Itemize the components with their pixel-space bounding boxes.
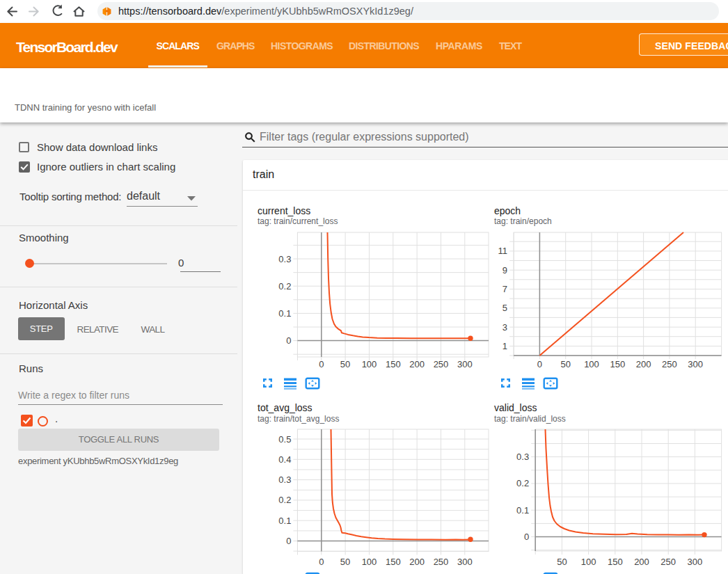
svg-text:300: 300: [688, 359, 703, 369]
svg-text:9: 9: [503, 265, 507, 276]
svg-text:0: 0: [537, 359, 542, 369]
svg-text:11: 11: [498, 246, 508, 256]
svg-text:3: 3: [503, 322, 507, 333]
svg-text:0: 0: [286, 536, 291, 546]
svg-text:0: 0: [319, 557, 324, 567]
svg-text:0.1: 0.1: [516, 505, 529, 516]
svg-text:100: 100: [581, 557, 596, 567]
svg-text:100: 100: [584, 359, 599, 369]
svg-text:250: 250: [662, 359, 677, 369]
svg-text:50: 50: [340, 557, 350, 567]
svg-text:50: 50: [560, 359, 570, 369]
svg-text:100: 100: [362, 557, 377, 567]
svg-text:250: 250: [434, 557, 449, 567]
svg-text:200: 200: [636, 359, 651, 369]
svg-text:0: 0: [286, 335, 291, 346]
svg-text:50: 50: [340, 359, 350, 369]
svg-text:0.3: 0.3: [278, 254, 291, 264]
svg-text:150: 150: [386, 557, 401, 567]
svg-text:100: 100: [362, 359, 377, 369]
svg-text:0: 0: [319, 359, 324, 369]
svg-text:5: 5: [503, 303, 507, 313]
svg-text:0.1: 0.1: [278, 308, 291, 319]
svg-text:300: 300: [688, 557, 703, 567]
svg-text:150: 150: [608, 557, 623, 567]
svg-text:0.2: 0.2: [516, 478, 529, 488]
svg-text:250: 250: [434, 359, 449, 369]
svg-text:250: 250: [660, 557, 676, 567]
svg-text:300: 300: [457, 557, 473, 567]
svg-text:0: 0: [524, 532, 529, 542]
svg-text:0.5: 0.5: [278, 434, 291, 445]
svg-text:150: 150: [610, 359, 625, 369]
svg-text:200: 200: [634, 557, 649, 567]
svg-text:300: 300: [457, 359, 473, 369]
svg-text:0.1: 0.1: [278, 516, 291, 526]
svg-text:7: 7: [503, 284, 507, 294]
svg-text:1: 1: [503, 341, 507, 351]
svg-text:0.3: 0.3: [278, 475, 291, 485]
svg-text:150: 150: [386, 359, 401, 369]
svg-text:0.4: 0.4: [278, 454, 291, 465]
svg-text:200: 200: [409, 557, 425, 567]
svg-text:50: 50: [557, 557, 567, 567]
svg-text:0.2: 0.2: [278, 495, 291, 505]
svg-text:0.2: 0.2: [278, 281, 291, 292]
svg-text:0.3: 0.3: [516, 452, 529, 462]
svg-text:200: 200: [409, 359, 425, 369]
